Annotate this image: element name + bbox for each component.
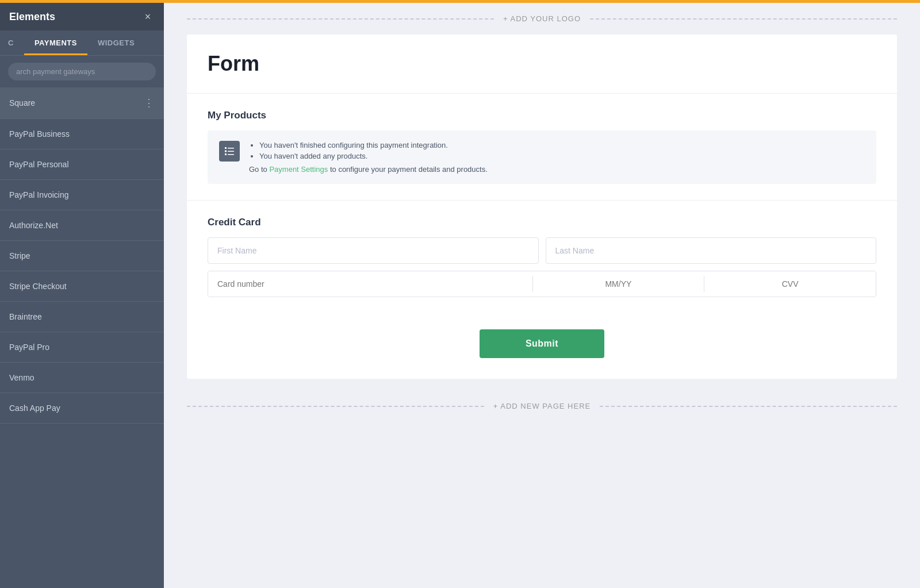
svg-rect-0 [225,147,227,149]
gateway-list: Square⋮PayPal BusinessPayPal PersonalPay… [0,87,164,588]
gateway-menu-icon[interactable]: ⋮ [144,98,155,108]
credit-card-section: Credit Card [187,201,897,318]
add-logo-label[interactable]: + ADD YOUR LOGO [494,14,590,23]
products-section: My Products You haven't finished configu… [187,94,897,201]
dashed-line-container: + ADD YOUR LOGO [187,14,897,23]
products-section-title: My Products [208,110,876,121]
gateway-item-label: PayPal Personal [9,160,69,169]
gateway-item[interactable]: Venmo [0,363,164,393]
svg-rect-3 [228,151,234,152]
name-row [208,237,876,264]
close-icon[interactable]: × [141,10,155,24]
form-card: Form My Products You [187,34,897,379]
svg-rect-5 [228,154,234,155]
gateway-item[interactable]: Square⋮ [0,87,164,119]
submit-section: Submit [187,318,897,379]
dashed-line-left [187,18,494,20]
warning-bullet-1: You haven't finished configuring this pa… [259,141,865,149]
card-number-input[interactable] [208,271,532,297]
gateway-item-label: Stripe [9,251,30,260]
card-number-row [208,271,876,297]
gateway-item[interactable]: PayPal Invoicing [0,180,164,210]
search-input[interactable] [8,63,156,80]
svg-rect-4 [225,153,227,155]
svg-rect-2 [225,151,227,152]
search-container [0,56,164,87]
gateway-item-label: Braintree [9,312,42,321]
warning-bullet-2: You haven't added any products. [259,152,865,160]
tab-widgets[interactable]: WIDGETS [87,30,145,55]
gateway-item-label: Authorize.Net [9,221,58,230]
dashed-line-right [590,18,897,20]
gateway-item[interactable]: Braintree [0,302,164,332]
add-page-line-container: + ADD NEW PAGE HERE [187,402,897,410]
gateway-item[interactable]: Stripe Checkout [0,271,164,302]
gateway-item-label: PayPal Pro [9,343,49,352]
left-panel: Elements × C PAYMENTS WIDGETS Square⋮Pay… [0,3,164,588]
list-icon [224,145,235,157]
warning-after-link: to configure your payment details and pr… [328,165,488,174]
warning-box: You haven't finished configuring this pa… [208,130,876,184]
panel-header: Elements × [0,3,164,30]
gateway-item-label: Stripe Checkout [9,282,67,291]
add-logo-section: + ADD YOUR LOGO [164,3,920,34]
gateway-item[interactable]: PayPal Personal [0,149,164,180]
main-area: + ADD YOUR LOGO Form My Products [164,0,920,588]
gateway-item-label: Venmo [9,373,34,382]
warning-content: You haven't finished configuring this pa… [249,141,865,174]
panel-title: Elements [9,11,55,23]
tabs-row: C PAYMENTS WIDGETS [0,30,164,56]
gateway-item[interactable]: Stripe [0,241,164,271]
first-name-input[interactable] [208,237,539,264]
warning-text: Go to Payment Settings to configure your… [249,165,865,174]
gateway-item-label: PayPal Business [9,129,70,139]
gateway-item[interactable]: PayPal Business [0,119,164,149]
credit-card-fields [208,237,876,297]
add-page-line-right [600,406,897,407]
warning-go-to: Go to [249,165,269,174]
form-title-section: Form [187,34,897,94]
add-page-label[interactable]: + ADD NEW PAGE HERE [484,402,600,410]
card-expiry-input[interactable] [533,271,704,297]
gateway-item-label: PayPal Invoicing [9,190,69,199]
form-title: Form [208,52,876,76]
gateway-item-label: Cash App Pay [9,403,60,413]
gateway-item[interactable]: PayPal Pro [0,332,164,363]
warning-icon-wrap [219,141,240,162]
add-page-section: + ADD NEW PAGE HERE [164,390,920,422]
credit-card-title: Credit Card [208,217,876,228]
last-name-input[interactable] [546,237,877,264]
tab-payments[interactable]: PAYMENTS [24,30,87,55]
payment-settings-link[interactable]: Payment Settings [269,165,328,174]
gateway-item[interactable]: Authorize.Net [0,210,164,241]
add-page-line-left [187,406,484,407]
submit-button[interactable]: Submit [480,329,604,358]
card-cvv-input[interactable] [704,271,876,297]
gateway-item-label: Square [9,98,35,107]
tab-c[interactable]: C [0,30,24,55]
gateway-item[interactable]: Cash App Pay [0,393,164,424]
svg-rect-1 [228,148,234,149]
